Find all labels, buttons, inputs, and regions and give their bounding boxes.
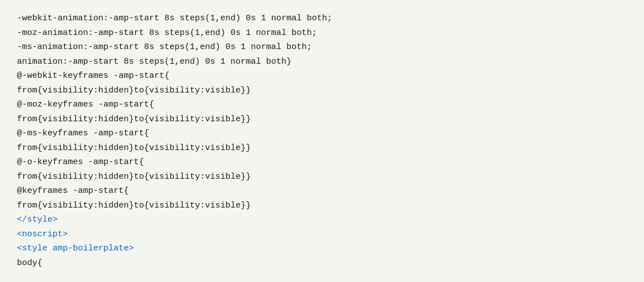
code-line-line9: @-ms-keyframes -amp-start{ bbox=[17, 126, 627, 141]
code-line-line11: @-o-keyframes -amp-start{ bbox=[17, 155, 627, 170]
code-line-line4: animation:-amp-start 8s steps(1,end) 0s … bbox=[17, 55, 627, 69]
code-line-line6: from{visibility:hidden}to{visibility:vis… bbox=[17, 83, 627, 98]
code-block: -webkit-animation:-amp-start 8s steps(1,… bbox=[17, 11, 627, 270]
code-line-line17: <style amp-boilerplate> bbox=[17, 241, 627, 256]
code-line-line5: @-webkit-keyframes -amp-start{ bbox=[17, 69, 627, 83]
code-container: -webkit-animation:-amp-start 8s steps(1,… bbox=[0, 0, 644, 282]
code-line-line10: from{visibility:hidden}to{visibility:vis… bbox=[17, 141, 627, 156]
code-line-line14: from{visibility:hidden}to{visibility:vis… bbox=[17, 199, 627, 213]
code-line-line16: <noscript> bbox=[17, 227, 627, 242]
code-line-line1: -webkit-animation:-amp-start 8s steps(1,… bbox=[17, 11, 627, 26]
code-line-line2: -moz-animation:-amp-start 8s steps(1,end… bbox=[17, 26, 627, 41]
code-line-line8: from{visibility:hidden}to{visibility:vis… bbox=[17, 112, 627, 127]
code-line-line18: body{ bbox=[17, 256, 627, 271]
code-line-line13: @keyframes -amp-start{ bbox=[17, 184, 627, 199]
code-line-line15: </style> bbox=[17, 213, 627, 227]
code-line-line3: -ms-animation:-amp-start 8s steps(1,end)… bbox=[17, 40, 627, 55]
code-line-line7: @-moz-keyframes -amp-start{ bbox=[17, 98, 627, 112]
code-line-line12: from{visibility:hidden}to{visibility:vis… bbox=[17, 170, 627, 184]
